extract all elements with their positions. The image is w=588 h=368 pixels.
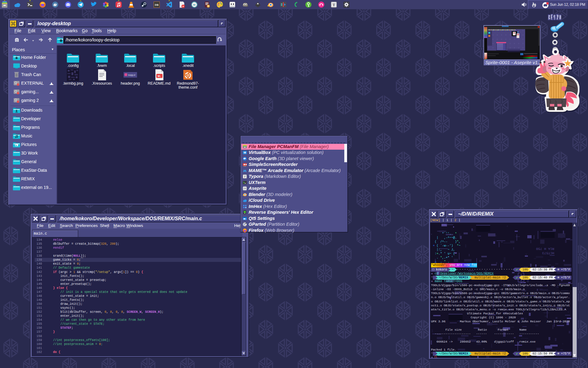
svg-text:RCA H 750: RCA H 750 [536, 247, 554, 251]
svg-text:T: T [244, 175, 246, 178]
svg-text:loopy-d: loopy-d [128, 74, 135, 76]
svg-text:HCT573: HCT573 [542, 251, 554, 255]
svg-text:M↓: M↓ [158, 75, 161, 78]
svg-text:∞: ∞ [193, 3, 196, 6]
svg-text:T: T [333, 2, 335, 7]
svg-text:DB: DB [155, 3, 159, 6]
